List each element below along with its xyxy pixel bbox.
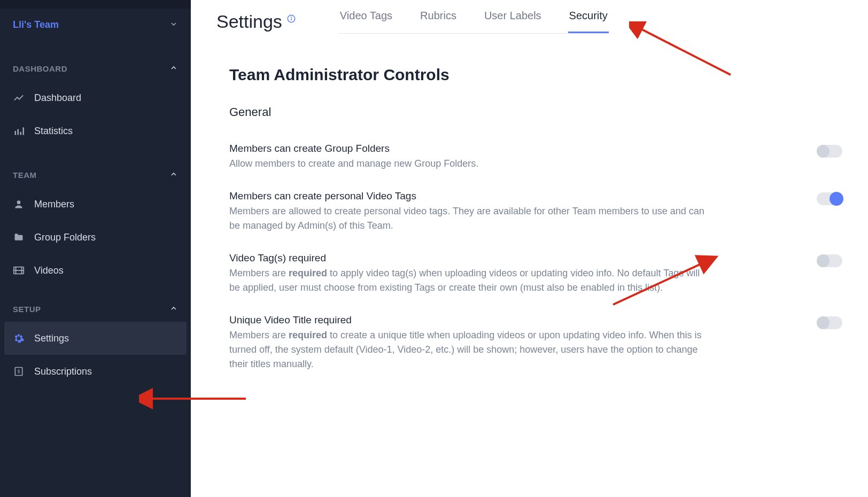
chevron-up-icon [169, 170, 178, 180]
toggle-knob [817, 254, 830, 267]
main-content: Settings Video Tags Rubrics User Labels … [191, 0, 868, 497]
setting-label: Video Tag(s) required [229, 252, 710, 264]
tab-user-labels[interactable]: User Labels [483, 10, 542, 33]
svg-rect-1 [18, 129, 19, 135]
setting-row-video-tags-required: Video Tag(s) required Members are requir… [229, 252, 842, 295]
folder-icon [13, 231, 25, 243]
sidebar-item-dashboard[interactable]: Dashboard [0, 81, 191, 114]
sidebar-item-members[interactable]: Members [0, 188, 191, 221]
sidebar-item-settings[interactable]: Settings [4, 322, 187, 355]
sidebar-section-team-header[interactable]: TEAM [0, 162, 191, 188]
person-icon [13, 198, 25, 210]
info-icon[interactable] [286, 14, 296, 26]
setting-desc: Members are allowed to create personal v… [229, 204, 710, 233]
sidebar-section-label: DASHBOARD [13, 64, 67, 73]
section-title: Team Administrator Controls [229, 66, 842, 84]
sidebar-section-dashboard-header[interactable]: DASHBOARD [0, 56, 191, 81]
setting-text: Unique Video Title required Members are … [229, 314, 710, 371]
line-chart-icon [13, 92, 25, 104]
team-selector-label: Lli's Team [13, 19, 59, 30]
toggle-knob [830, 192, 843, 206]
setting-label: Members can create Group Folders [229, 143, 710, 154]
chevron-down-icon [169, 20, 178, 30]
toggle-group-folders[interactable] [817, 145, 842, 158]
sidebar-section-label: SETUP [13, 305, 41, 314]
film-icon [13, 265, 25, 276]
toggle-knob [817, 145, 830, 158]
chevron-up-icon [169, 64, 178, 74]
sidebar-item-videos[interactable]: Videos [0, 254, 191, 287]
sidebar-item-label: Subscriptions [34, 366, 92, 377]
sidebar: Lli's Team DASHBOARD Dashboard Statistic… [0, 0, 191, 497]
setting-row-personal-video-tags: Members can create personal Video Tags M… [229, 190, 842, 233]
sidebar-item-label: Statistics [34, 126, 73, 137]
team-selector[interactable]: Lli's Team [0, 9, 191, 41]
invoice-icon: $ [13, 366, 25, 377]
bar-chart-icon [13, 125, 25, 137]
toggle-unique-title-required[interactable] [817, 316, 842, 329]
page-header: Settings Video Tags Rubrics User Labels … [191, 0, 868, 34]
setting-desc: Allow members to create and manage new G… [229, 157, 710, 171]
page-title-wrap: Settings [216, 11, 296, 32]
setting-text: Members can create personal Video Tags M… [229, 190, 710, 233]
svg-rect-3 [23, 127, 25, 135]
sidebar-item-label: Videos [34, 265, 64, 276]
gear-icon [13, 332, 25, 344]
setting-text: Video Tag(s) required Members are requir… [229, 252, 710, 295]
sidebar-section-label: TEAM [13, 170, 37, 180]
sidebar-item-group-folders[interactable]: Group Folders [0, 221, 191, 254]
svg-point-13 [291, 17, 291, 18]
setting-row-group-folders: Members can create Group Folders Allow m… [229, 143, 842, 171]
subsection-title: General [229, 105, 842, 119]
sidebar-item-label: Dashboard [34, 92, 81, 104]
tab-video-tags[interactable]: Video Tags [339, 10, 393, 33]
svg-point-4 [17, 200, 21, 204]
sidebar-section-setup-header[interactable]: SETUP [0, 297, 191, 322]
sidebar-item-statistics[interactable]: Statistics [0, 114, 191, 147]
tab-rubrics[interactable]: Rubrics [419, 10, 458, 33]
sidebar-topbar [0, 0, 191, 9]
sidebar-item-label: Group Folders [34, 232, 96, 243]
settings-tabs: Video Tags Rubrics User Labels Security [339, 10, 609, 34]
svg-rect-0 [15, 131, 17, 135]
setting-row-unique-title-required: Unique Video Title required Members are … [229, 314, 842, 371]
setting-desc: Members are required to apply video tag(… [229, 266, 710, 295]
setting-desc: Members are required to create a unique … [229, 328, 710, 371]
setting-text: Members can create Group Folders Allow m… [229, 143, 710, 171]
toggle-personal-video-tags[interactable] [817, 192, 842, 205]
svg-rect-2 [20, 132, 22, 135]
setting-label: Unique Video Title required [229, 314, 710, 326]
sidebar-item-label: Settings [34, 333, 69, 344]
svg-text:$: $ [18, 369, 20, 374]
settings-content: Team Administrator Controls General Memb… [191, 34, 868, 497]
toggle-knob [817, 316, 830, 329]
sidebar-item-label: Members [34, 199, 74, 210]
toggle-video-tags-required[interactable] [817, 254, 842, 267]
tab-security[interactable]: Security [568, 10, 609, 33]
page-title: Settings [216, 11, 282, 32]
setting-label: Members can create personal Video Tags [229, 190, 710, 202]
chevron-up-icon [169, 304, 178, 314]
sidebar-item-subscriptions[interactable]: $ Subscriptions [0, 355, 191, 388]
